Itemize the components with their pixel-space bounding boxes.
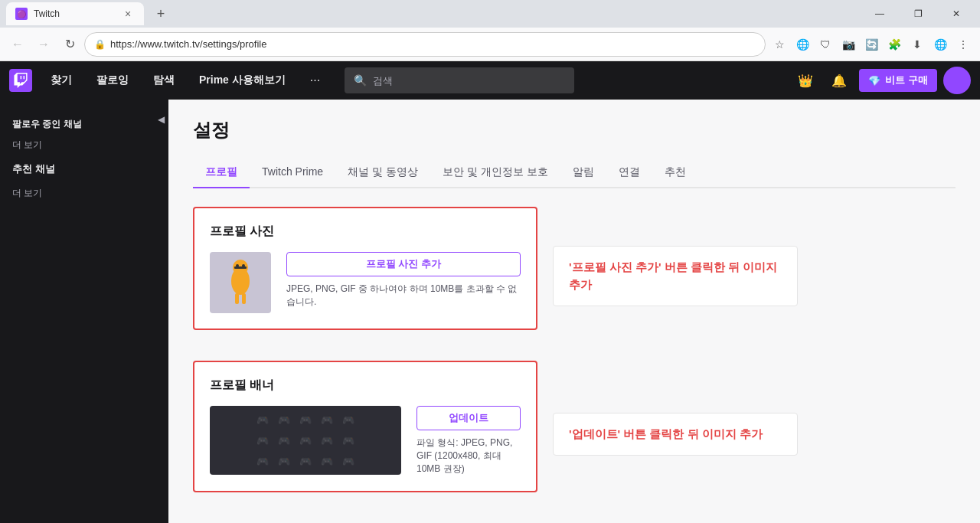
app-body: ◀ 팔로우 중인 채널 더 보기 추천 채널 더 보기 설정 프로필 Twitc… (0, 100, 980, 523)
address-text: https://www.twitch.tv/settings/profile (110, 38, 756, 50)
banner-pattern-icon: 🎮 (256, 414, 269, 426)
update-banner-button[interactable]: 업데이트 (416, 406, 521, 430)
banner-area: 🎮 🎮 🎮 🎮 🎮 🎮 🎮 🎮 🎮 🎮 🎮 🎮 (210, 406, 521, 476)
banner-pattern-icon: 🎮 (299, 435, 312, 446)
tab-recommendations[interactable]: 추천 (652, 158, 698, 188)
banner-pattern-icon: 🎮 (299, 456, 312, 467)
profile-avatar (210, 252, 271, 313)
sidebar-following-label: 팔로우 중인 채널 (0, 112, 168, 134)
nav-prime[interactable]: Prime 사용해보기 (193, 69, 292, 92)
tab-connections[interactable]: 연결 (606, 158, 652, 188)
banner-file-hint: 파일 형식: JPEG, PNG, GIF (1200x480, 최대 10MB… (416, 436, 521, 476)
profile-icon[interactable]: 🌐 (929, 34, 951, 55)
sidebar-recommended-label: 추천 채널 (0, 156, 168, 182)
address-bar[interactable]: 🔒 https://www.twitch.tv/settings/profile (84, 32, 766, 57)
profile-photo-row: 프로필 사진 (193, 207, 956, 345)
banner-pattern-icon: 🎮 (278, 435, 290, 446)
profile-photo-controls: 프로필 사진 추가 JPEG, PNG, GIF 중 하나여야 하며 10MB를… (286, 252, 521, 309)
shield-icon[interactable]: 🛡 (815, 34, 836, 55)
profile-photo-annotation: '프로필 사진 추가' 버튼 클릭한 뒤 이미지 추가 (553, 246, 798, 306)
forward-button[interactable]: → (32, 33, 55, 56)
menu-icon[interactable]: ⋮ (952, 34, 974, 55)
extension-icon[interactable]: 🧩 (884, 34, 905, 55)
tab-close-button[interactable]: × (121, 7, 135, 21)
tab-twitch-prime[interactable]: Twitch Prime (250, 158, 335, 188)
profile-banner-title: 프로필 배너 (210, 378, 521, 394)
crown-icon[interactable]: 👑 (792, 67, 819, 94)
banner-pattern-icon: 🎮 (321, 456, 333, 467)
new-tab-button[interactable]: + (150, 3, 172, 25)
profile-banner-section: 프로필 배너 🎮 🎮 🎮 🎮 🎮 🎮 🎮 🎮 (193, 361, 537, 492)
profile-banner-annotation: '업데이트' 버튼 클릭한 뒤 이미지 추가 (553, 413, 798, 456)
profile-banner-row: 프로필 배너 🎮 🎮 🎮 🎮 🎮 🎮 🎮 🎮 (193, 361, 956, 508)
twitch-navbar: 찾기 팔로잉 탐색 Prime 사용해보기 ··· 🔍 👑 🔔 💎 비트 구매 (0, 61, 980, 100)
bits-buy-button[interactable]: 💎 비트 구매 (859, 69, 937, 92)
browser-tab[interactable]: 🟣 Twitch × (6, 2, 144, 25)
tab-favicon: 🟣 (15, 8, 28, 20)
sidebar-more-button-2[interactable]: 더 보기 (0, 182, 168, 204)
profile-photo-hint: JPEG, PNG, GIF 중 하나여야 하며 10MB를 초과할 수 없습니… (286, 283, 521, 309)
minimize-button[interactable]: — (862, 2, 897, 25)
tab-profile[interactable]: 프로필 (193, 158, 250, 188)
nav-right: 👑 🔔 💎 비트 구매 (792, 67, 971, 94)
bell-icon[interactable]: 🔔 (825, 67, 853, 94)
svg-rect-6 (235, 293, 239, 304)
svg-rect-7 (242, 293, 246, 304)
nav-more-button[interactable]: ··· (304, 70, 326, 90)
tab-channel-video[interactable]: 채널 및 동영상 (335, 158, 430, 188)
tab-security[interactable]: 보안 및 개인정보 보호 (430, 158, 560, 188)
reload-button[interactable]: ↻ (58, 33, 81, 56)
tab-title: Twitch (34, 8, 115, 19)
add-profile-photo-button[interactable]: 프로필 사진 추가 (286, 252, 521, 276)
chevron-left-icon: ◀ (153, 112, 168, 127)
back-button[interactable]: ← (6, 33, 29, 56)
banner-controls: 업데이트 파일 형식: JPEG, PNG, GIF (1200x480, 최대… (416, 406, 521, 476)
profile-photo-title: 프로필 사진 (210, 224, 521, 240)
banner-pattern-icon: 🎮 (342, 414, 354, 426)
banner-pattern-icon: 🎮 (278, 456, 290, 467)
search-bar[interactable]: 🔍 (345, 67, 574, 93)
refresh-icon[interactable]: 🔄 (861, 34, 882, 55)
banner-pattern-icon: 🎮 (342, 435, 354, 446)
tab-notifications[interactable]: 알림 (560, 158, 606, 188)
browser-toolbar: ← → ↻ 🔒 https://www.twitch.tv/settings/p… (0, 28, 980, 61)
page-title: 설정 (193, 118, 956, 142)
svg-rect-5 (234, 266, 247, 269)
banner-pattern-icon: 🎮 (321, 435, 333, 446)
banner-pattern-icon: 🎮 (321, 414, 333, 426)
screenshot-icon[interactable]: 📷 (838, 34, 859, 55)
nav-browse[interactable]: 탐색 (147, 69, 181, 92)
banner-preview: 🎮 🎮 🎮 🎮 🎮 🎮 🎮 🎮 🎮 🎮 🎮 🎮 (210, 406, 401, 475)
close-button[interactable]: ✕ (939, 2, 974, 25)
banner-pattern-icon: 🎮 (342, 456, 354, 467)
lock-icon: 🔒 (94, 39, 106, 50)
twitch-logo[interactable] (9, 69, 32, 92)
banner-pattern-icon: 🎮 (256, 456, 269, 467)
banner-pattern-icon: 🎮 (256, 435, 269, 446)
banner-pattern-icon: 🎮 (278, 414, 290, 426)
sidebar-more-button-1[interactable]: 더 보기 (0, 134, 168, 156)
sidebar: ◀ 팔로우 중인 채널 더 보기 추천 채널 더 보기 (0, 100, 168, 523)
window-controls: — ❐ ✕ (862, 2, 974, 25)
main-content: 설정 프로필 Twitch Prime 채널 및 동영상 보안 및 개인정보 보… (168, 100, 980, 523)
search-input[interactable] (373, 75, 565, 87)
search-icon: 🔍 (354, 74, 367, 87)
user-avatar[interactable] (943, 67, 971, 94)
bookmark-star-icon[interactable]: ☆ (769, 34, 790, 55)
nav-find[interactable]: 찾기 (44, 69, 78, 92)
download-icon[interactable]: ⬇ (906, 34, 928, 55)
banner-pattern: 🎮 🎮 🎮 🎮 🎮 🎮 🎮 🎮 🎮 🎮 🎮 🎮 (256, 414, 354, 467)
profile-photo-area: 프로필 사진 추가 JPEG, PNG, GIF 중 하나여야 하며 10MB를… (210, 252, 521, 313)
maximize-button[interactable]: ❐ (900, 2, 936, 25)
sidebar-toggle-button[interactable]: ◀ (153, 100, 168, 523)
toolbar-icons: ☆ 🌐 🛡 📷 🔄 🧩 ⬇ 🌐 ⋮ (769, 34, 974, 55)
settings-tabs: 프로필 Twitch Prime 채널 및 동영상 보안 및 개인정보 보호 알… (193, 158, 956, 188)
browser-titlebar: 🟣 Twitch × + — ❐ ✕ (0, 0, 980, 28)
profile-photo-section: 프로필 사진 (193, 207, 537, 330)
banner-pattern-icon: 🎮 (299, 414, 312, 426)
translate-icon[interactable]: 🌐 (792, 34, 813, 55)
nav-following[interactable]: 팔로잉 (90, 69, 135, 92)
